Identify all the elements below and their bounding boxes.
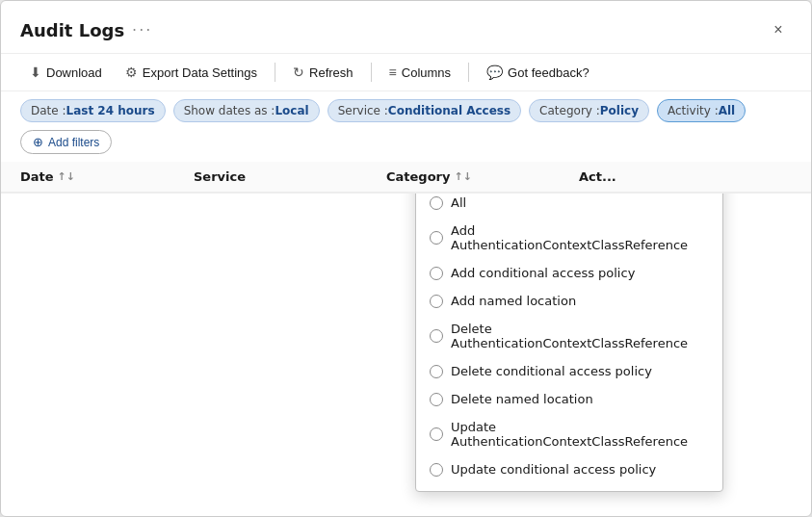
activity-item-add-conditional-access[interactable]: Add conditional access policy — [420, 259, 719, 287]
date-filter-value: Last 24 hours — [66, 104, 155, 117]
refresh-icon: ↻ — [293, 65, 304, 80]
activity-item-add-auth-context[interactable]: Add AuthenticationContextClassReference — [420, 217, 719, 259]
activity-item-label-update-auth-context: Update AuthenticationContextClassReferen… — [451, 420, 709, 449]
close-button[interactable]: × — [765, 16, 792, 43]
category-label: Category : — [539, 104, 600, 117]
radio-update-auth-context — [430, 427, 443, 441]
download-button[interactable]: ⬇ Download — [20, 60, 112, 85]
activity-item-label-add-conditional-access: Add conditional access policy — [451, 266, 635, 280]
window-title: Audit Logs — [20, 20, 124, 40]
th-category: Category ↑↓ — [386, 169, 579, 184]
columns-button[interactable]: ≡ Columns — [380, 60, 460, 85]
th-date: Date ↑↓ — [20, 169, 194, 184]
feedback-button[interactable]: 💬 Got feedback? — [477, 60, 599, 85]
category-filter-chip[interactable]: Category : Policy — [529, 99, 649, 122]
radio-add-conditional-access — [430, 267, 443, 280]
radio-delete-conditional-access — [430, 365, 443, 378]
activity-item-delete-named-location[interactable]: Delete named location — [420, 385, 719, 413]
show-dates-label: Show dates as : — [184, 104, 275, 117]
table-body: Activity 🔍 AllAdd AuthenticationContextC… — [1, 194, 811, 516]
activity-item-label-delete-auth-context: Delete AuthenticationContextClassReferen… — [451, 322, 709, 350]
service-value: Conditional Access — [388, 104, 511, 117]
activity-dropdown: Activity 🔍 AllAdd AuthenticationContextC… — [415, 194, 723, 492]
title-bar-left: Audit Logs ··· — [20, 20, 152, 40]
title-bar: Audit Logs ··· × — [1, 1, 811, 54]
add-filter-icon: ⊕ — [33, 135, 43, 149]
refresh-label: Refresh — [309, 65, 354, 80]
th-category-label: Category — [386, 169, 450, 184]
feedback-icon: 💬 — [486, 65, 503, 80]
columns-icon: ≡ — [389, 65, 397, 80]
activity-value: All — [719, 104, 736, 117]
th-date-label: Date — [20, 169, 54, 184]
service-filter-chip[interactable]: Service : Conditional Access — [327, 99, 521, 122]
activity-item-delete-conditional-access[interactable]: Delete conditional access policy — [420, 357, 719, 385]
radio-update-continuous-access — [430, 491, 443, 492]
download-icon: ⬇ — [30, 65, 41, 80]
th-service: Service — [194, 169, 386, 184]
service-label: Service : — [338, 104, 388, 117]
activity-list: AllAdd AuthenticationContextClassReferen… — [416, 194, 722, 491]
activity-item-label-add-named-location: Add named location — [451, 294, 576, 308]
activity-item-all[interactable]: All — [420, 194, 719, 217]
add-filters-row: ⊕ Add filters — [1, 130, 811, 162]
radio-delete-named-location — [430, 393, 443, 406]
title-more-options[interactable]: ··· — [132, 21, 152, 39]
activity-item-update-auth-context[interactable]: Update AuthenticationContextClassReferen… — [420, 413, 719, 455]
filters-bar: Date : Last 24 hours Show dates as : Loc… — [1, 91, 811, 130]
feedback-label: Got feedback? — [508, 65, 589, 80]
activity-item-add-named-location[interactable]: Add named location — [420, 287, 719, 315]
activity-item-update-conditional-access[interactable]: Update conditional access policy — [420, 455, 719, 483]
toolbar-separator-1 — [275, 63, 275, 82]
activity-label: Activity : — [668, 104, 719, 117]
radio-update-conditional-access — [430, 463, 443, 477]
export-data-settings-button[interactable]: ⚙ Export Data Settings — [116, 60, 267, 85]
activity-item-label-add-auth-context: Add AuthenticationContextClassReference — [451, 223, 709, 252]
columns-label: Columns — [402, 65, 451, 80]
th-activity: Act... — [579, 169, 792, 184]
date-sort-icon[interactable]: ↑↓ — [58, 170, 75, 183]
date-filter-chip[interactable]: Date : Last 24 hours — [20, 99, 166, 122]
table-header: Date ↑↓ Service Category ↑↓ Act... — [1, 162, 811, 194]
audit-logs-window: Audit Logs ··· × ⬇ Download ⚙ Export Dat… — [0, 0, 812, 517]
toolbar: ⬇ Download ⚙ Export Data Settings ↻ Refr… — [1, 54, 811, 91]
download-label: Download — [46, 65, 102, 80]
show-dates-value: Local — [275, 104, 308, 117]
add-filter-label: Add filters — [48, 136, 99, 149]
radio-add-auth-context — [430, 231, 443, 245]
radio-all — [430, 196, 443, 210]
category-value: Policy — [600, 104, 639, 117]
refresh-button[interactable]: ↻ Refresh — [283, 60, 363, 85]
activity-item-label-update-continuous-access: Update continuous access evaluation — [451, 490, 685, 491]
th-service-label: Service — [194, 169, 246, 184]
export-label: Export Data Settings — [143, 65, 257, 80]
activity-item-label-update-conditional-access: Update conditional access policy — [451, 462, 656, 477]
toolbar-separator-2 — [371, 63, 372, 82]
activity-item-update-continuous-access[interactable]: Update continuous access evaluation — [420, 483, 719, 491]
activity-item-label-delete-named-location: Delete named location — [451, 392, 593, 406]
activity-item-label-delete-conditional-access: Delete conditional access policy — [451, 364, 652, 378]
add-filters-button[interactable]: ⊕ Add filters — [20, 130, 112, 154]
date-filter-label: Date : — [31, 104, 66, 117]
radio-delete-auth-context — [430, 329, 443, 343]
activity-item-delete-auth-context[interactable]: Delete AuthenticationContextClassReferen… — [420, 315, 719, 357]
toolbar-separator-3 — [468, 63, 469, 82]
category-sort-icon[interactable]: ↑↓ — [454, 170, 471, 183]
show-dates-filter-chip[interactable]: Show dates as : Local — [173, 99, 320, 122]
th-activity-label: Act... — [579, 169, 616, 184]
activity-filter-chip[interactable]: Activity : All — [657, 99, 746, 122]
export-icon: ⚙ — [125, 65, 138, 80]
activity-item-label-all: All — [451, 195, 466, 210]
radio-add-named-location — [430, 295, 443, 308]
